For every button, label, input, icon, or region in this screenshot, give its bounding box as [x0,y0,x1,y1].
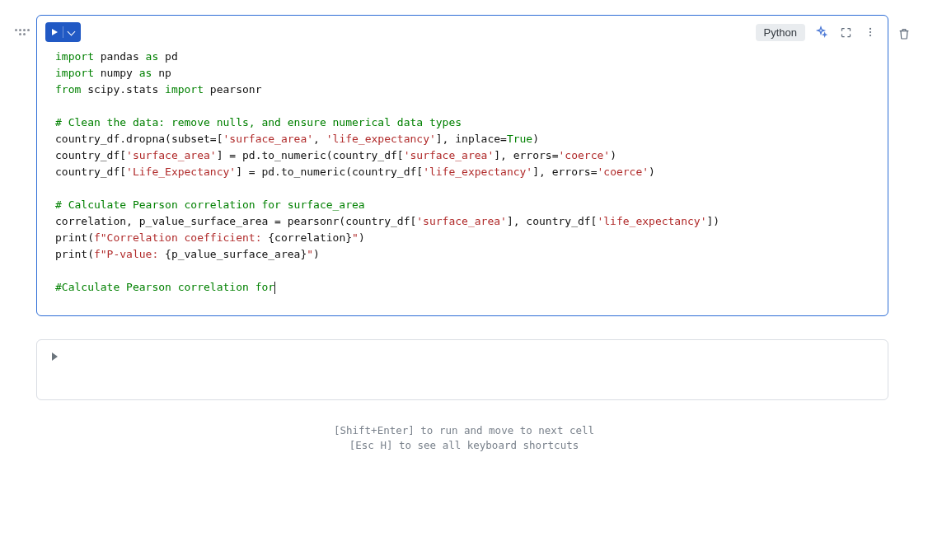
run-button[interactable] [45,22,81,42]
language-selector[interactable]: Python [756,24,805,41]
svg-point-1 [869,31,871,33]
play-icon [52,29,58,35]
ai-sparkle-icon[interactable] [812,23,830,41]
hint-line: [Shift+Enter] to run and move to next ce… [15,423,913,438]
chevron-down-icon [68,27,76,35]
code-cell-empty[interactable] [36,339,888,400]
svg-point-0 [869,28,871,30]
empty-cell-row [15,339,913,400]
hint-line: [Esc H] to see all keyboard shortcuts [15,438,913,453]
code-cell-active[interactable]: Python impo [36,15,888,316]
keyboard-hints: [Shift+Enter] to run and move to next ce… [15,423,913,453]
drag-handle-icon[interactable] [15,25,30,40]
delete-cell-icon[interactable] [895,25,913,43]
cell-toolbar: Python [45,22,879,42]
run-inline-button[interactable] [45,348,879,366]
more-menu-icon[interactable] [861,23,879,41]
play-icon [52,352,58,361]
code-editor[interactable]: import pandas as pd import numpy as np f… [45,45,879,296]
text-cursor [274,282,275,294]
expand-icon[interactable] [837,23,855,41]
active-cell-row: Python impo [15,15,913,316]
svg-point-2 [869,35,871,36]
